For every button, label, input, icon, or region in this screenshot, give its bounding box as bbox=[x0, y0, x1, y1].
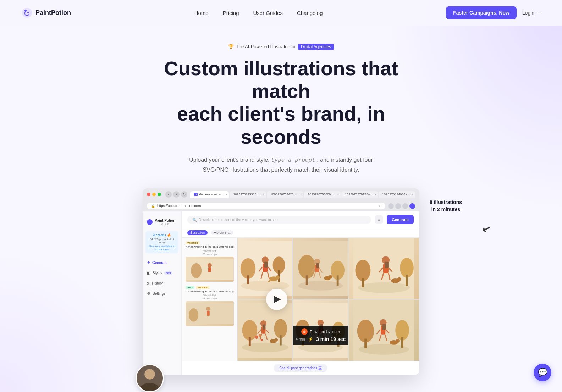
illustration-3 bbox=[349, 238, 419, 299]
sidebar-header: Paint Potion v0.4.6 bbox=[143, 216, 181, 228]
sidebar-label-generate: Generate bbox=[152, 261, 167, 265]
browser-back-btn[interactable]: ‹ bbox=[165, 191, 172, 198]
app-generate-button[interactable]: Generate bbox=[387, 215, 414, 224]
browser-tabs: G Generate vecto... × 1093970723355b... … bbox=[190, 191, 415, 198]
app-name: Paint Potion bbox=[155, 219, 175, 222]
browser-dot-yellow bbox=[152, 193, 156, 196]
app-content: Paint Potion v0.4.6 4 credits 🔥 34 / 25 … bbox=[143, 211, 419, 375]
loom-icon: ✲ bbox=[301, 328, 308, 335]
tab-close-1[interactable]: × bbox=[263, 193, 265, 196]
nav-actions: Faster Campaigns, Now Login → bbox=[446, 6, 541, 19]
svg-rect-27 bbox=[316, 263, 319, 269]
browser-tab-1[interactable]: 1093970723355b... × bbox=[230, 191, 266, 198]
image-cell-6[interactable] bbox=[348, 299, 419, 361]
side-desc-2: A man walking in the park with his dog bbox=[186, 290, 234, 293]
login-button[interactable]: Login → bbox=[522, 10, 541, 16]
chat-bubble[interactable]: 💬 bbox=[534, 364, 551, 381]
browser-tab-0[interactable]: G Generate vecto... × bbox=[190, 191, 229, 198]
logo-icon bbox=[21, 7, 33, 18]
credits-title: 4 credits 🔥 bbox=[148, 233, 176, 237]
svg-rect-62 bbox=[280, 335, 282, 346]
app-filter-bar: Illustration Vibrant Flat bbox=[182, 228, 419, 238]
search-placeholder: Describe the content of the vector you w… bbox=[199, 218, 277, 222]
browser-forward-btn[interactable]: › bbox=[173, 191, 180, 198]
nav-link-home[interactable]: Home bbox=[194, 10, 209, 16]
annotation-arrow: ↙ bbox=[480, 221, 492, 237]
image-cell-2[interactable] bbox=[293, 238, 348, 299]
svg-rect-52 bbox=[208, 267, 211, 272]
ext-icon-3 bbox=[402, 203, 408, 209]
svg-rect-68 bbox=[263, 325, 265, 330]
hero-title-line2: each client's brand, in seconds bbox=[177, 103, 385, 148]
image-cell-4[interactable] bbox=[237, 299, 293, 361]
hero-title-line1: Custom illustrations that match bbox=[164, 57, 398, 102]
svg-point-33 bbox=[329, 275, 332, 279]
annotation-label: 8 illustrationsin 2 minutes bbox=[430, 199, 462, 212]
cta-button[interactable]: Faster Campaigns, Now bbox=[446, 6, 517, 19]
svg-point-55 bbox=[206, 307, 210, 311]
nav-link-user-guides[interactable]: User Guides bbox=[253, 10, 283, 16]
svg-point-51 bbox=[208, 263, 212, 267]
logo-text: PaintPotion bbox=[35, 9, 71, 17]
sidebar-item-styles[interactable]: ◧ Styles beta bbox=[143, 268, 181, 278]
beta-badge: beta bbox=[164, 271, 172, 275]
app-sidebar: Paint Potion v0.4.6 4 credits 🔥 34 / 25 … bbox=[143, 211, 182, 375]
nav-link-changelog[interactable]: Changelog bbox=[297, 10, 323, 16]
subtitle-part1: Upload your client's brand style, bbox=[189, 157, 269, 163]
filter-illustration[interactable]: Illustration bbox=[187, 230, 208, 235]
svg-rect-93 bbox=[364, 339, 367, 348]
side-thumb-1 bbox=[186, 257, 234, 282]
svg-point-50 bbox=[191, 263, 202, 278]
browser-nav-btns: ‹ › ↻ bbox=[165, 191, 187, 198]
logo[interactable]: PaintPotion bbox=[21, 7, 71, 18]
tab-close-4[interactable]: × bbox=[375, 193, 376, 196]
image-cell-3[interactable] bbox=[348, 238, 419, 299]
svg-rect-37 bbox=[362, 278, 364, 287]
svg-rect-24 bbox=[337, 276, 339, 286]
browser-tab-2[interactable]: 1093970734423b... × bbox=[267, 191, 303, 198]
nav-link-pricing[interactable]: Pricing bbox=[223, 10, 239, 16]
app-toolbar: 🔍 Describe the content of the vector you… bbox=[182, 211, 419, 228]
tab-close-0[interactable]: × bbox=[226, 193, 228, 196]
filter-vibrant[interactable]: Vibrant Flat bbox=[211, 230, 233, 235]
address-bar[interactable]: 🔒 https://app.paint-potion.com ☆ bbox=[147, 203, 385, 209]
illustration-1 bbox=[238, 238, 293, 299]
loom-time-secondary: 4 min bbox=[296, 337, 305, 341]
svg-point-36 bbox=[355, 260, 370, 281]
options-icon[interactable]: ≡ bbox=[375, 215, 383, 224]
side-time-2: 23 hours ago bbox=[186, 297, 234, 300]
chat-icon: 💬 bbox=[538, 368, 547, 377]
browser-tab-5[interactable]: 1093970824066a... × bbox=[379, 191, 415, 198]
illustration-4 bbox=[238, 300, 293, 361]
badge-prefix: The AI-Powered Illustrator for bbox=[236, 44, 296, 49]
sidebar-item-generate[interactable]: ✦ Generate bbox=[143, 258, 181, 268]
tab-close-3[interactable]: × bbox=[337, 193, 339, 196]
see-all-button[interactable]: See all past generations 🖼 bbox=[274, 364, 327, 372]
image-cell-5[interactable]: ✲ Powered by loom 4 min ⚡ 3 min 19 sec bbox=[293, 299, 348, 361]
tab-close-5[interactable]: × bbox=[412, 193, 414, 196]
image-cell-1[interactable] bbox=[237, 238, 293, 299]
svg-point-21 bbox=[298, 255, 315, 279]
play-button[interactable] bbox=[266, 289, 287, 310]
svg-rect-98 bbox=[382, 324, 386, 330]
sidebar-item-settings[interactable]: ⚙ Settings bbox=[143, 288, 181, 299]
svg-point-48 bbox=[397, 277, 401, 281]
loom-powered-row: ✲ Powered by loom bbox=[293, 328, 348, 335]
subtitle-code: type a prompt bbox=[271, 157, 315, 164]
tab-close-2[interactable]: × bbox=[300, 193, 302, 196]
loom-overlay: ✲ Powered by loom 4 min ⚡ 3 min 19 sec bbox=[293, 326, 348, 345]
side-panel-item-2: SVG Variation A man walking in the park … bbox=[186, 286, 234, 326]
browser-tab-4[interactable]: 1093970379175a... × bbox=[341, 191, 378, 198]
styles-icon: ◧ bbox=[147, 271, 150, 275]
side-thumb-2 bbox=[186, 301, 234, 326]
star-icon: ☆ bbox=[378, 204, 381, 208]
browser-tab-3[interactable]: 1093970756800g... × bbox=[304, 191, 341, 198]
browser-reload-btn[interactable]: ↻ bbox=[181, 191, 187, 198]
search-box[interactable]: 🔍 Describe the content of the vector you… bbox=[187, 216, 371, 224]
sidebar-label-settings: Settings bbox=[153, 292, 165, 296]
sidebar-item-history[interactable]: ⧖ History bbox=[143, 278, 181, 288]
generate-icon: ✦ bbox=[147, 260, 150, 265]
browser-toolbar: ‹ › ↻ G Generate vecto... × 109397072335… bbox=[143, 188, 419, 200]
svg-rect-22 bbox=[306, 276, 308, 285]
hero-badge: 🏆 The AI-Powered Illustrator for Digital… bbox=[228, 44, 334, 50]
